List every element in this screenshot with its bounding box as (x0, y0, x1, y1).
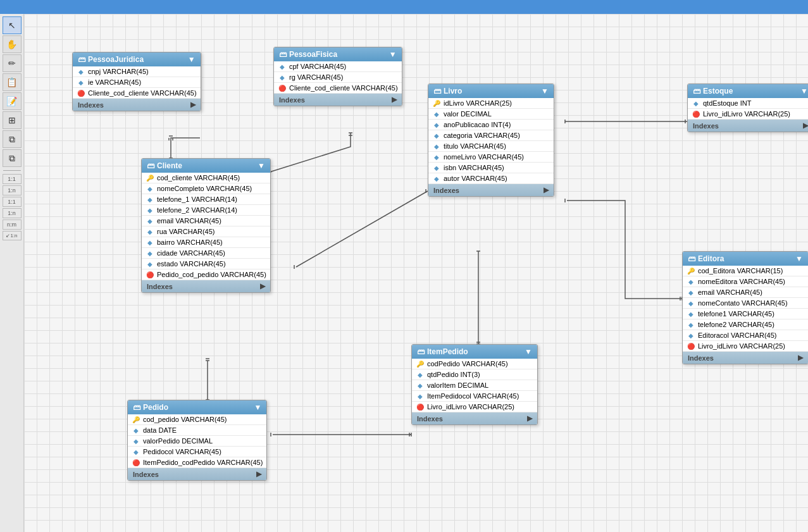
table-row[interactable]: 🔑cod_pedido VARCHAR(45) (128, 414, 266, 425)
table-livro[interactable]: 🗃Livro▼🔑idLivro VARCHAR(25)◆valor DECIMA… (428, 84, 554, 197)
rel-1-nc[interactable]: ↙1:n (3, 231, 22, 240)
table-indexes[interactable]: Indexes▶ (274, 94, 402, 106)
indexes-arrow[interactable]: ▶ (527, 414, 532, 423)
tool-document[interactable]: 📋 (3, 73, 22, 91)
table-row[interactable]: 🔴Pedido_cod_pedido VARCHAR(45) (142, 269, 270, 280)
table-header-pessoajuridica[interactable]: 🗃PessoaJuridica▼ (73, 53, 201, 66)
table-row[interactable]: ◆telefone1 VARCHAR(45) (683, 309, 808, 319)
table-collapse-arrow[interactable]: ▼ (188, 55, 196, 64)
table-row[interactable]: 🔑idLivro VARCHAR(25) (428, 98, 554, 109)
table-row[interactable]: 🔴Livro_idLivro VARCHAR(25) (412, 402, 537, 412)
table-row[interactable]: ◆anoPublicacao INT(4) (428, 120, 554, 130)
table-row[interactable]: 🔴Livro_idLivro VARCHAR(25) (683, 341, 808, 352)
table-pessoafisica[interactable]: 🗃PessoaFisica▼◆cpf VARCHAR(45)◆rg VARCHA… (273, 47, 402, 106)
table-pedido[interactable]: 🗃Pedido▼🔑cod_pedido VARCHAR(45)◆data DAT… (127, 400, 267, 481)
field-name: email VARCHAR(45) (157, 217, 221, 225)
table-row[interactable]: ◆nomeEditora VARCHAR(45) (683, 276, 808, 287)
table-indexes[interactable]: Indexes▶ (412, 412, 537, 424)
table-row[interactable]: ◆telefone_1 VARCHAR(14) (142, 194, 270, 205)
table-row[interactable]: 🔴Livro_idLivro VARCHAR(25) (688, 109, 808, 120)
table-row[interactable]: 🔑cod_Editora VARCHAR(15) (683, 266, 808, 276)
table-row[interactable]: ◆qtdEstoque INT (688, 98, 808, 109)
table-row[interactable]: 🔑cod_cliente VARCHAR(45) (142, 173, 270, 183)
indexes-arrow[interactable]: ▶ (803, 121, 808, 130)
table-header-estoque[interactable]: 🗃Estoque▼ (688, 84, 808, 98)
table-row[interactable]: ◆valor DECIMAL (428, 109, 554, 120)
tool-hand[interactable]: ✋ (3, 35, 22, 53)
table-collapse-arrow[interactable]: ▼ (795, 254, 803, 263)
table-row[interactable]: ◆rua VARCHAR(45) (142, 226, 270, 237)
table-row[interactable]: 🔴Cliente_cod_cliente VARCHAR(45) (73, 88, 201, 99)
table-row[interactable]: 🔴ItemPedido_codPedido VARCHAR(45) (128, 457, 266, 468)
tool-copy[interactable]: ⧉ (3, 149, 22, 167)
rel-1-1b[interactable]: 1:1 (3, 197, 22, 207)
tool-select[interactable]: ↖ (3, 16, 22, 34)
table-row[interactable]: ◆bairro VARCHAR(45) (142, 237, 270, 248)
table-itempedido[interactable]: 🗃ItemPedido▼🔑codPedido VARCHAR(45)◆qtdPe… (411, 344, 538, 425)
table-editora[interactable]: 🗃Editora▼🔑cod_Editora VARCHAR(15)◆nomeEd… (682, 251, 808, 364)
table-row[interactable]: ◆email VARCHAR(45) (142, 216, 270, 226)
table-row[interactable]: ◆Editoracol VARCHAR(45) (683, 330, 808, 341)
table-row[interactable]: ◆valorPedido DECIMAL (128, 436, 266, 447)
table-row[interactable]: ◆cidade VARCHAR(45) (142, 248, 270, 259)
table-indexes[interactable]: Indexes▶ (73, 99, 201, 111)
table-row[interactable]: ◆qtdPedido INT(3) (412, 369, 537, 380)
indexes-arrow[interactable]: ▶ (544, 186, 549, 194)
table-row[interactable]: ◆isbn VARCHAR(45) (428, 163, 554, 173)
table-row[interactable]: ◆autor VARCHAR(45) (428, 173, 554, 184)
table-row[interactable]: ◆nomeContato VARCHAR(45) (683, 298, 808, 309)
table-row[interactable]: ◆ie VARCHAR(45) (73, 77, 201, 88)
table-pessoajuridica[interactable]: 🗃PessoaJuridica▼◆cnpj VARCHAR(45)◆ie VAR… (72, 52, 201, 111)
tool-eraser[interactable]: ✏ (3, 54, 22, 72)
table-indexes[interactable]: Indexes▶ (128, 468, 266, 480)
table-header-cliente[interactable]: 🗃Cliente▼ (142, 159, 270, 173)
table-row[interactable]: ◆ItemPedidocol VARCHAR(45) (412, 391, 537, 402)
table-collapse-arrow[interactable]: ▼ (541, 87, 549, 96)
tool-note[interactable]: 📝 (3, 92, 22, 110)
table-row[interactable]: ◆Pedidocol VARCHAR(45) (128, 447, 266, 457)
indexes-arrow[interactable]: ▶ (798, 354, 803, 362)
table-collapse-arrow[interactable]: ▼ (525, 347, 532, 356)
rel-n-m[interactable]: n:m (3, 220, 22, 230)
table-row[interactable]: ◆nomeCompleto VARCHAR(45) (142, 183, 270, 194)
table-collapse-arrow[interactable]: ▼ (258, 161, 265, 170)
table-row[interactable]: 🔴Cliente_cod_cliente VARCHAR(45) (274, 83, 402, 94)
table-row[interactable]: ◆data DATE (128, 425, 266, 436)
table-row[interactable]: ◆telefone2 VARCHAR(45) (683, 319, 808, 330)
table-indexes[interactable]: Indexes▶ (428, 184, 554, 196)
table-row[interactable]: ◆cnpj VARCHAR(45) (73, 66, 201, 77)
table-row[interactable]: ◆estado VARCHAR(45) (142, 259, 270, 269)
rel-1-n[interactable]: 1:n (3, 185, 22, 195)
table-collapse-arrow[interactable]: ▼ (389, 50, 397, 59)
indexes-arrow[interactable]: ▶ (392, 96, 397, 104)
table-header-editora[interactable]: 🗃Editora▼ (683, 252, 808, 266)
table-indexes[interactable]: Indexes▶ (688, 120, 808, 132)
indexes-arrow[interactable]: ▶ (260, 282, 265, 290)
table-collapse-arrow[interactable]: ▼ (254, 403, 261, 412)
table-header-pedido[interactable]: 🗃Pedido▼ (128, 400, 266, 414)
table-row[interactable]: ◆rg VARCHAR(45) (274, 72, 402, 83)
table-collapse-arrow[interactable]: ▼ (800, 87, 808, 96)
table-row[interactable]: ◆cpf VARCHAR(45) (274, 61, 402, 72)
table-row[interactable]: ◆categoria VARCHAR(45) (428, 130, 554, 141)
table-row[interactable]: ◆telefone_2 VARCHAR(14) (142, 205, 270, 216)
tool-layers[interactable]: ⧉ (3, 130, 22, 148)
canvas[interactable]: 🗃PessoaJuridica▼◆cnpj VARCHAR(45)◆ie VAR… (24, 14, 808, 532)
table-row[interactable]: ◆titulo VARCHAR(45) (428, 141, 554, 152)
table-row[interactable]: ◆nomeLivro VARCHAR(45) (428, 152, 554, 163)
tool-table[interactable]: ⊞ (3, 111, 22, 129)
rel-1-nb[interactable]: 1:n (3, 208, 22, 218)
table-estoque[interactable]: 🗃Estoque▼◆qtdEstoque INT🔴Livro_idLivro V… (687, 84, 808, 132)
table-row[interactable]: ◆valorItem DECIMAL (412, 380, 537, 391)
table-header-pessoafisica[interactable]: 🗃PessoaFisica▼ (274, 47, 402, 61)
table-header-itempedido[interactable]: 🗃ItemPedido▼ (412, 345, 537, 359)
table-cliente[interactable]: 🗃Cliente▼🔑cod_cliente VARCHAR(45)◆nomeCo… (141, 158, 271, 293)
table-indexes[interactable]: Indexes▶ (683, 352, 808, 364)
indexes-arrow[interactable]: ▶ (256, 470, 261, 478)
table-header-livro[interactable]: 🗃Livro▼ (428, 84, 554, 98)
table-row[interactable]: 🔑codPedido VARCHAR(45) (412, 359, 537, 369)
table-indexes[interactable]: Indexes▶ (142, 280, 270, 292)
table-row[interactable]: ◆email VARCHAR(45) (683, 287, 808, 298)
rel-1-1[interactable]: 1:1 (3, 174, 22, 184)
indexes-arrow[interactable]: ▶ (190, 101, 196, 109)
